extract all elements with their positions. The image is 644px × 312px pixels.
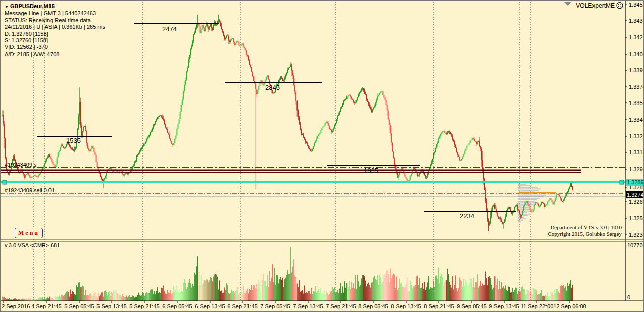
symbol-title: GBPUSDeur,M15 (10, 3, 55, 9)
price-axis-label: 1.34210 (629, 34, 644, 40)
price-axis-label: 1.33900 (629, 67, 644, 73)
credits-block: Department of VTS v 3.0 | 1010 Copyright… (548, 224, 622, 237)
annotation-label: 2845 (265, 84, 280, 91)
symbol-title-row: ▼GBPUSDeur,M15 (5, 3, 105, 10)
trading-terminal-window: 153524742845183522341.345251.343701.3421… (0, 0, 644, 312)
expert-name: VOLExpertME (576, 2, 615, 9)
price-axis-label: 1.33275 (629, 133, 644, 139)
price-axis-label: 1.34055 (629, 51, 644, 57)
price-axis-label: 1.33435 (629, 117, 644, 123)
order-labels: #19243409 s#19243409 sell 0.01 (5, 162, 55, 193)
time-axis-label: 8 Sep 21:45 (424, 303, 454, 309)
menu-button[interactable]: Menu (15, 228, 43, 238)
price-axis-label: 1.34525 (629, 2, 644, 8)
day-separators (33, 2, 530, 300)
annotation-label: 2474 (162, 25, 177, 33)
current-price-tag: 1.32867 (627, 179, 644, 185)
line-handle[interactable] (620, 180, 624, 184)
time-axis-label: 5 Sep 21:45 (129, 303, 159, 309)
price-axis-label: 1.33590 (629, 100, 644, 106)
status-block: ▼GBPUSDeur,M15 Message Line | GMT 3 | 54… (5, 3, 105, 58)
trendline-annotations: 15352474284518352234 (37, 23, 516, 220)
status-line: D: 1.32760 [1158] (5, 31, 105, 37)
status-line: STATUS: Receiving Real-time data. (5, 17, 105, 24)
order-label: #19243409 s (5, 162, 37, 168)
status-line: V|D: 12562 | -370 (5, 44, 105, 50)
time-axis-label: 6 Sep 13:45 (195, 303, 225, 309)
time-axis-label: 9 Sep 05:45 (457, 303, 486, 309)
time-axis-label: 6 Sep 05:45 (162, 303, 192, 309)
vsa-indicator-label: v.3.0 VSA <CME> 681 (5, 242, 60, 248)
line-handle[interactable] (3, 180, 7, 184)
volume-axis-min: 0 (627, 294, 630, 300)
time-axis-label: 7 Sep 05:45 (260, 303, 290, 309)
price-axis-label: 1.33745 (629, 84, 644, 90)
time-axis-label: 5 Sep 13:45 (96, 303, 126, 309)
scroll-marker-icon (564, 2, 571, 6)
time-axis-label: 11 Sep 22:00 (521, 303, 554, 309)
status-line: A/D: 2185 | A/W: 4708 (5, 51, 105, 58)
status-line: 24/11/2016 | U | ASIA | 0.361Kb | 265 ms (5, 24, 105, 30)
time-axis-label: 8 Sep 13:45 (391, 303, 421, 309)
status-lines: Message Line | GMT 3 | 5440242463STATUS:… (5, 10, 105, 58)
volume-bars (2, 247, 573, 301)
annotation-label: 1835 (364, 167, 378, 174)
status-line: Message Line | GMT 3 | 5440242463 (5, 10, 105, 17)
expert-smiley-icon[interactable] (617, 3, 623, 9)
time-axis-label: 12 Sep 06:00 (553, 303, 586, 309)
time-axis-label: 8 Sep 05:45 (358, 303, 388, 309)
credits-line2: Copyright 2015, Golubko Sergey (548, 231, 622, 237)
price-axis-label: 1.32340 (629, 232, 644, 238)
time-axis-label: 7 Sep 13:45 (293, 303, 323, 309)
time-axis-label: 5 Sep 05:45 (64, 303, 94, 309)
credits-line1: Department of VTS v 3.0 | 1010 (548, 224, 622, 231)
order-label: #19243409 sell 0.01 (5, 187, 55, 193)
price-axis-label: 1.34370 (629, 18, 644, 24)
time-axis-label: 2 Sep 2016 (2, 303, 30, 309)
status-line: S: 1.32760 [1158] (5, 37, 105, 44)
time-axis-label: 4 Sep 21:45 (31, 303, 61, 309)
time-axis-label: 6 Sep 21:45 (227, 303, 257, 309)
price-axis-label: 1.32500 (629, 215, 644, 221)
price-axis-label: 1.32965 (629, 166, 644, 172)
time-axis-label: 7 Sep 21:45 (326, 303, 356, 309)
time-axis-label: 9 Sep 13:45 (489, 303, 519, 309)
expert-indicator: VOLExpertME (564, 2, 623, 9)
volume-axis-max: 10770 (627, 242, 643, 248)
symbol-dropdown-icon[interactable]: ▼ (5, 5, 9, 9)
annotation-label: 1535 (66, 137, 81, 144)
annotation-label: 2234 (460, 212, 474, 220)
current-price-tag: 1.32749 (627, 192, 644, 198)
price-axis-label: 1.32655 (629, 199, 644, 205)
price-axis-label: 1.33120 (629, 149, 644, 155)
